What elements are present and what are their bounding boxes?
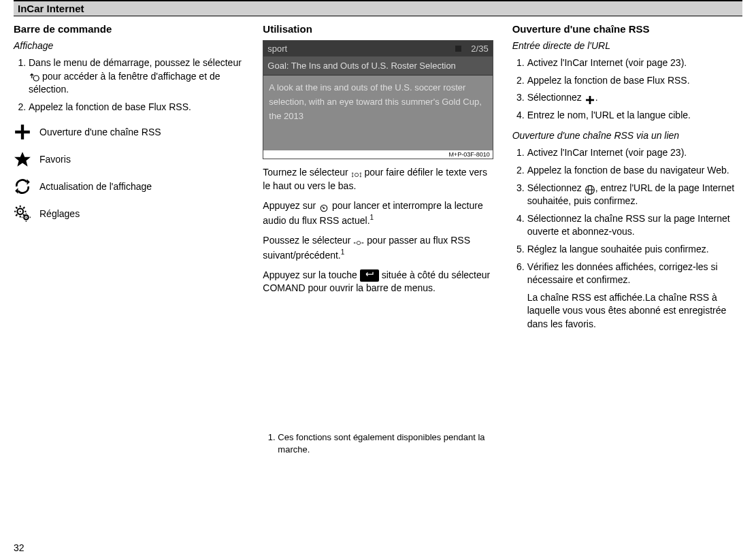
col1-heading: Barre de commande: [14, 23, 244, 35]
icon-row-rss-label: Ouverture d'une chaîne RSS: [39, 127, 161, 137]
gear-icon: [14, 205, 31, 223]
col3-a2: Appelez la fonction de base Flux RSS.: [527, 74, 742, 88]
selector-turn-icon: [351, 167, 362, 178]
icon-row-fav-label: Favoris: [39, 154, 71, 165]
col3-sub1: Entrée directe de l'URL: [512, 40, 742, 51]
col2-para-1: Tournez le sélecteur pour faire défiler …: [263, 166, 493, 193]
col1-step-2: Appelez la fonction de base Flux RSS.: [29, 101, 244, 114]
col3-list-a: Activez l'InCar Internet (voir page 23).…: [512, 56, 742, 122]
col3-b2: Appelez la fonction de base du navigateu…: [527, 164, 742, 178]
col3-b6: Vérifiez les données affichées, corrigez…: [527, 261, 742, 331]
icon-row-settings: Réglages: [14, 205, 244, 223]
col2-heading: Utilisation: [263, 23, 493, 35]
col1-steps: Dans le menu de démarrage, poussez le sé…: [14, 56, 244, 114]
selector-press-icon: [318, 201, 329, 212]
screenshot-title: Goal: The Ins and Outs of U.S. Roster Se…: [263, 56, 492, 76]
screenshot-top-right: 2/35: [455, 44, 489, 54]
svg-rect-2: [15, 131, 30, 133]
col3-sub2: Ouverture d'une chaîne RSS via un lien: [512, 130, 742, 141]
icon-row-refresh-label: Actualisation de l'affichage: [39, 181, 152, 192]
selector-up-icon: [29, 71, 39, 82]
col3-list-b: Activez l'InCar Internet (voir page 23).…: [512, 146, 742, 331]
icon-row-favourites: Favoris: [14, 150, 244, 168]
column-1: Barre de commande Affichage Dans le menu…: [14, 23, 244, 464]
col3-b4: Sélectionnez la chaîne RSS sur la page I…: [527, 212, 742, 239]
screenshot-inner: sport 2/35 Goal: The Ins and Outs of U.S…: [263, 41, 492, 150]
svg-rect-15: [586, 99, 594, 101]
svg-point-13: [357, 241, 361, 244]
col3-a3: Sélectionnez .: [527, 91, 742, 105]
icon-row-rss: Ouverture d'une chaîne RSS: [14, 123, 244, 141]
screenshot-ref: M+P-03F-8010: [263, 150, 492, 159]
header-title: InCar Internet: [18, 3, 84, 14]
screenshot-category: sport: [267, 44, 287, 54]
svg-point-10: [355, 173, 358, 176]
footnote-block: Ces fonctions sont également disponibles…: [263, 431, 493, 456]
screenshot-body: A look at the ins and outs of the U.S. s…: [263, 76, 492, 150]
page-number: 32: [14, 542, 24, 553]
col3-b3: Sélectionnez , entrez l'URL de la page I…: [527, 182, 742, 208]
col2-para-2: Appuyez sur pour lancer et interrompre l…: [263, 199, 493, 227]
col1-subheading: Affichage: [14, 40, 244, 51]
col1-step-1: Dans le menu de démarrage, poussez le sé…: [29, 56, 244, 97]
col3-a4: Entrez le nom, l'URL et la langue cible.: [527, 109, 742, 122]
col3-heading: Ouverture d'une chaîne RSS: [512, 23, 742, 35]
refresh-icon: [14, 178, 31, 195]
column-2: Utilisation sport 2/35 Goal: The Ins and…: [263, 23, 493, 464]
icon-row-refresh: Actualisation de l'affichage: [14, 178, 244, 195]
selector-push-lr-icon: [353, 235, 364, 246]
star-icon: [14, 150, 31, 168]
content-columns: Barre de commande Affichage Dans le menu…: [14, 23, 742, 464]
back-key-icon: [360, 269, 379, 281]
footnote-1: Ces fonctions sont également disponibles…: [278, 431, 493, 456]
col3-b5: Réglez la langue souhaitée puis confirme…: [527, 243, 742, 257]
svg-marker-4: [27, 180, 30, 186]
plus-icon: [14, 123, 31, 141]
screenshot-counter: 2/35: [471, 44, 488, 54]
footnote-ref-2: 1: [341, 248, 345, 256]
footnote-ref-1: 1: [370, 214, 374, 221]
col3-a1: Activez l'InCar Internet (voir page 23).: [527, 56, 742, 70]
svg-point-0: [33, 76, 39, 81]
col2-para-3: Poussez le sélecteur pour passer au flux…: [263, 234, 493, 262]
col3-b1: Activez l'InCar Internet (voir page 23).: [527, 146, 742, 160]
plus-small-icon: [585, 93, 595, 103]
icon-row-settings-label: Réglages: [39, 208, 80, 219]
svg-marker-3: [14, 152, 31, 167]
column-3: Ouverture d'une chaîne RSS Entrée direct…: [512, 23, 742, 464]
stop-icon: [455, 46, 461, 52]
svg-point-7: [20, 211, 21, 212]
svg-marker-5: [15, 188, 18, 195]
svg-point-9: [26, 217, 27, 218]
globe-icon: [585, 183, 595, 194]
col3-b7: La chaîne RSS est affichée.La chaîne RSS…: [527, 291, 742, 331]
screenshot-topbar: sport 2/35: [263, 41, 492, 56]
col2-para-4: Appuyez sur la touche située à côté du s…: [263, 269, 493, 295]
rss-screenshot: sport 2/35 Goal: The Ins and Outs of U.S…: [263, 40, 493, 159]
page-header: InCar Internet: [14, 0, 742, 16]
